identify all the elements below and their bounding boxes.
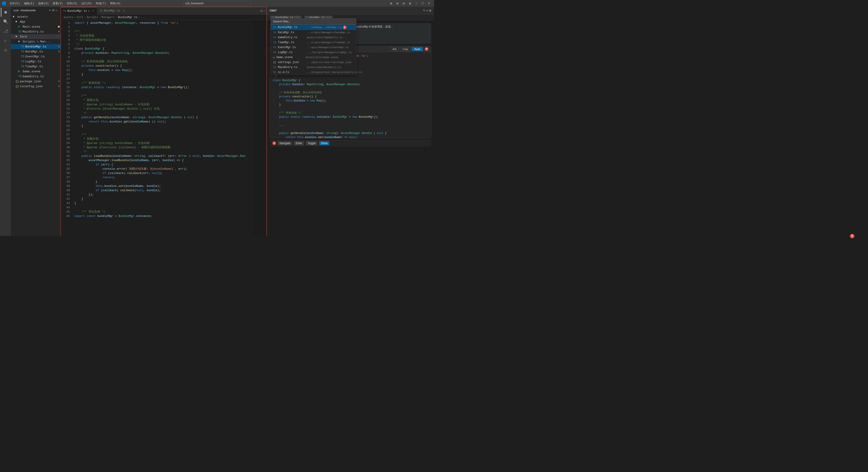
badge-1: 1: [272, 141, 276, 145]
apply-button[interactable]: Apply: [412, 47, 423, 51]
tree-item-gameentry[interactable]: TS GameEntry.ts: [11, 74, 61, 79]
split-editor-icon[interactable]: ⊟: [260, 9, 262, 13]
minimize-button[interactable]: −: [414, 1, 419, 6]
file-search-item-settings[interactable]: {} settings.json .../gCursor/User/settin…: [271, 60, 356, 65]
ask-button[interactable]: Ask: [390, 47, 399, 51]
menu-help[interactable]: 帮助(H): [108, 2, 122, 5]
tab-bundlemgr[interactable]: TS BundleMgr.ts ● ×: [61, 7, 97, 15]
new-file-icon[interactable]: +: [49, 8, 51, 12]
source-control-icon[interactable]: ⎇: [1, 27, 10, 36]
tree-item-package[interactable]: {} package.json U: [11, 79, 61, 84]
breadcrumb-more[interactable]: ...: [141, 16, 146, 19]
search-input[interactable]: [183, 1, 251, 6]
explorer-icon[interactable]: ⊞: [1, 8, 10, 17]
ts-icon: TS: [273, 71, 276, 74]
tree-item-timemgr[interactable]: TS TimeMgr.ts: [11, 64, 61, 69]
menu-run[interactable]: 运行(R): [80, 2, 94, 5]
tree-item-mainscene[interactable]: ⊡ Main.scene: [11, 24, 61, 29]
ts-icon: TS: [273, 66, 276, 69]
breadcrumb-file[interactable]: BundleMgr.ts: [118, 16, 137, 19]
tree-item-tsconfig[interactable]: {} tsconfig.json U: [11, 84, 61, 89]
file-search-name: EventMgr.ts: [278, 46, 305, 49]
maximize-button[interactable]: □: [420, 1, 426, 6]
code-content[interactable]: import { assetManager, AssetManager, res…: [72, 20, 253, 236]
refresh-icon[interactable]: ⟳: [52, 8, 55, 12]
tab-datamgr[interactable]: TS DataMgr.ts ×: [97, 7, 128, 15]
tab-close-button[interactable]: ×: [122, 9, 126, 13]
tree-label: BundleMgr.ts: [25, 45, 46, 49]
sidebar-title: C2D FRAMEWORK: [13, 9, 36, 12]
editor-area: TS BundleMgr.ts ● × TS DataMgr.ts × ⊟ ⋯ …: [61, 7, 267, 236]
sidebar-header-icons: + ⟳ ⋯: [49, 8, 58, 12]
file-search-name: cc.d.ts: [278, 71, 305, 74]
tab-bar-actions: ⊟ ⋯: [259, 7, 267, 15]
chat-messages: 根据DataMgr的风格，用ccc 3.8.x 内置 API 帮我们写一个新建B…: [267, 20, 434, 236]
activity-bar: ⊞ 🔍 ⎇ ▷ ⊡: [0, 7, 11, 236]
tree-item-scripts[interactable]: ▼ Scripts \ Man...: [11, 39, 61, 44]
file-search-item-logmgr[interactable]: TS LogMgr.ts .../Scripts/Managers/LogMgr…: [271, 50, 356, 55]
breadcrumb-assets[interactable]: assets: [64, 16, 73, 19]
debug-icon[interactable]: ▷: [1, 36, 10, 45]
tree-label: EventMgr.ts: [25, 55, 45, 58]
menu-goto[interactable]: 转到(G): [65, 2, 79, 5]
chat-panel: CHAT + ↩ ⊠ TS BundleMgr.ts File TS DataM…: [267, 7, 434, 236]
tree-item-bundlemgr[interactable]: TS BundleMgr.ts U: [11, 44, 61, 49]
file-search-path: ...d/engine/bin/.declarations/cc.d.ts: [307, 71, 362, 74]
file-search-item-gamescene[interactable]: ⊡ Game.scene assets/Core/Game.scene: [271, 55, 356, 60]
scene-file-icon: ⊡: [18, 70, 22, 73]
menu-select[interactable]: 选择(S): [36, 2, 51, 5]
tree-item-assets[interactable]: ▼ assets: [11, 14, 61, 19]
tree-item-core[interactable]: ▼ Core: [11, 34, 61, 39]
tab-bar: TS BundleMgr.ts ● × TS DataMgr.ts × ⊟ ⋯ …: [61, 7, 267, 15]
menu-view[interactable]: 查看(V): [51, 2, 65, 5]
close-button[interactable]: ×: [426, 1, 432, 6]
settings-icon[interactable]: ⚙: [407, 1, 413, 6]
menu-terminal[interactable]: 终端(T): [94, 2, 108, 5]
search-icon[interactable]: 🔍: [1, 17, 10, 26]
tree-item-gamescene[interactable]: ⊡ Game.scene: [11, 69, 61, 74]
file-search-name: Game.scene: [276, 56, 304, 59]
folder-open-icon: ▼: [18, 40, 22, 43]
done-button[interactable]: Done: [319, 141, 329, 145]
extensions-icon[interactable]: ⊡: [1, 45, 10, 55]
sidebar-toggle-icon[interactable]: ⊟: [395, 1, 400, 6]
tree-item-datamgr[interactable]: TS DataMgr.ts U: [11, 49, 61, 54]
unsaved-indicator: U: [58, 31, 60, 33]
ts-icon: TS: [99, 9, 102, 12]
chat-history-icon[interactable]: ↩: [426, 8, 428, 13]
ts-file-icon: TS: [18, 30, 22, 33]
json-file-icon: {}: [16, 80, 19, 83]
file-search-path: assets/Core/Game.scene: [305, 56, 338, 59]
copy-button[interactable]: Copy: [400, 47, 411, 51]
layout-icon[interactable]: ⊞: [388, 1, 394, 6]
tree-label: package.json: [20, 80, 41, 83]
menu-file[interactable]: 文件(F): [8, 2, 22, 5]
enter-button[interactable]: Enter: [294, 141, 304, 145]
collapse-icon[interactable]: ⋯: [56, 8, 58, 12]
panel-toggle-icon[interactable]: ⊡: [401, 1, 406, 6]
unsaved-indicator: U: [58, 85, 60, 88]
breadcrumb-core[interactable]: Core: [76, 16, 83, 19]
line-numbers: 12345 678910 1112131415 1617181920 21222…: [61, 20, 72, 236]
new-chat-icon[interactable]: +: [423, 8, 425, 13]
ts-icon: TS: [273, 46, 276, 49]
tree-label: App: [20, 20, 25, 24]
file-search-item-mainentry[interactable]: TS MainEntry.ts assets/App/MainEntry.ts: [271, 65, 356, 70]
tree-item-app[interactable]: ▼ App: [11, 19, 61, 24]
tree-item-logmgr[interactable]: TS LogMgr.ts: [11, 59, 61, 64]
file-search-item-ccdts[interactable]: TS cc.d.ts ...d/engine/bin/.declarations…: [271, 70, 356, 75]
tree-item-eventmgr[interactable]: TS EventMgr.ts: [11, 54, 61, 59]
more-actions-icon[interactable]: ⋯: [264, 9, 265, 13]
ts-file-icon: TS: [21, 60, 24, 63]
titlebar: 文件(F) 编辑(E) 选择(S) 查看(V) 转到(G) 运行(R) 终端(T…: [0, 0, 434, 7]
breadcrumb-scripts[interactable]: Scripts: [87, 16, 98, 19]
menu-edit[interactable]: 编辑(E): [22, 2, 36, 5]
tree-label: LogMgr.ts: [25, 60, 41, 63]
tab-close-button[interactable]: ×: [91, 9, 95, 13]
breadcrumb-managers[interactable]: Managers: [101, 16, 115, 19]
file-search-item-eventmgr[interactable]: TS EventMgr.ts ...npts/Managers/EventMgr…: [271, 46, 356, 50]
navigate-button[interactable]: Navigate: [278, 141, 292, 145]
tree-item-mainentry[interactable]: TS MainEntry.ts U: [11, 29, 61, 34]
toggle-button[interactable]: Toggle: [306, 141, 317, 145]
close-chat-icon[interactable]: ⊠: [429, 8, 431, 13]
